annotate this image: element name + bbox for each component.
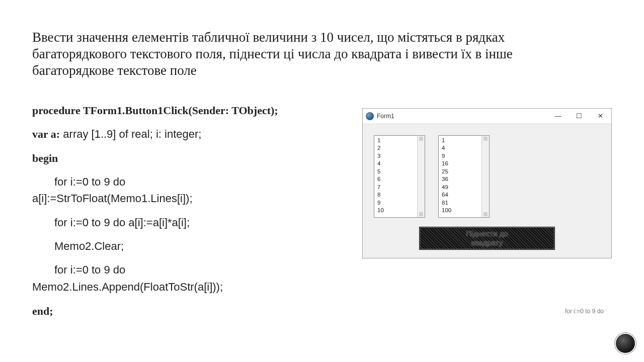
memo1-input[interactable]: 1 2 3 4 5 6 7 8 9 10	[374, 135, 425, 218]
footnote-text: for i:=0 to 9 do	[565, 308, 604, 315]
code-line-4b: Memo2.Lines.Append(FloatToStr(a[i]));	[32, 281, 223, 293]
memo2-scrollbar[interactable]	[481, 136, 489, 217]
memo2-line: 9	[442, 152, 486, 160]
memo2-line: 1	[442, 137, 486, 145]
code-line-1b: a[i]:=StrToFloat(Memo1.Lines[i]);	[32, 192, 193, 205]
memo1-line: 5	[377, 168, 422, 176]
memo2-line: 4	[442, 144, 486, 152]
square-button[interactable]: Піднести до квадрату	[419, 227, 555, 250]
memo1-line: 10	[377, 207, 422, 215]
memo1-line: 3	[377, 152, 422, 160]
maximize-button[interactable]: ☐	[573, 112, 585, 120]
memo1-line: 1	[377, 137, 422, 145]
memo2-line: 16	[442, 160, 486, 168]
memo1-scrollbar[interactable]	[417, 136, 425, 217]
code-keyword-var: var a:	[32, 128, 60, 140]
app-icon	[366, 112, 374, 120]
code-keyword-begin: begin	[32, 150, 350, 166]
code-listing: procedure TForm1.Button1Click(Sender: TO…	[32, 102, 350, 326]
window-client-area: 1 2 3 4 5 6 7 8 9 10	[363, 124, 611, 258]
memo1-line: 8	[377, 191, 422, 199]
code-keyword-end: end;	[32, 303, 350, 319]
corner-badge-icon	[616, 334, 635, 353]
memo1-line: 7	[377, 184, 422, 192]
code-line-4: for i:=0 to 9 do Memo2.Lines.Append(Floa…	[32, 261, 350, 296]
slide-title: Ввести значення елементів табличної вели…	[32, 29, 596, 79]
window-titlebar[interactable]: Form1 — ☐ ✕	[363, 109, 611, 124]
code-line-1a: for i:=0 to 9 do	[32, 175, 125, 188]
memo2-line: 49	[442, 184, 486, 192]
memo1-line: 9	[377, 199, 422, 207]
memo1-line: 2	[377, 144, 422, 152]
code-line-2: for i:=0 to 9 do a[i]:=a[i]*a[i];	[32, 214, 350, 231]
window-title: Form1	[377, 113, 552, 120]
code-line-procedure: procedure TForm1.Button1Click(Sender: TO…	[32, 102, 350, 119]
memo2-line: 25	[442, 168, 486, 176]
minimize-button[interactable]: —	[552, 112, 564, 120]
memo2-line: 64	[442, 191, 486, 199]
code-line-1: for i:=0 to 9 do a[i]:=StrToFloat(Memo1.…	[32, 173, 350, 208]
memo2-line: 100	[442, 207, 486, 215]
code-line-4a: for i:=0 to 9 do	[32, 263, 125, 276]
memo1-line: 4	[377, 160, 422, 168]
code-line-3: Memo2.Clear;	[32, 238, 350, 254]
app-window: Form1 — ☐ ✕ 1 2 3 4 5	[362, 108, 612, 258]
memo2-line: 81	[442, 199, 486, 207]
close-button[interactable]: ✕	[594, 112, 606, 120]
memo2-line: 36	[442, 175, 486, 184]
code-var-rest: array [1..9] of real; i: integer;	[60, 128, 201, 140]
code-line-var: var a: array [1..9] of real; i: integer;	[32, 126, 350, 143]
memo2-output[interactable]: 1 4 9 16 25 36 49 64 81 100	[438, 135, 490, 218]
memo1-line: 6	[377, 175, 422, 184]
